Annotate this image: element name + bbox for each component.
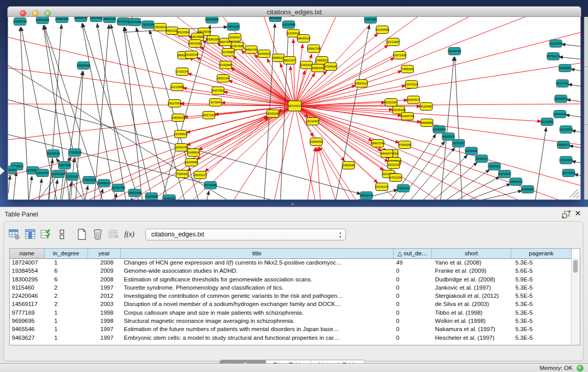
graph-node[interactable]: 8215955 — [541, 118, 553, 126]
column-header-title[interactable]: title — [121, 249, 394, 258]
graph-node[interactable]: 9227341 — [556, 80, 569, 87]
window-titlebar[interactable]: citations_edges.txt — [7, 6, 581, 17]
graph-node[interactable]: 19654923 — [171, 114, 185, 122]
graph-node[interactable]: 13992971 — [557, 141, 571, 149]
select-all-columns-icon[interactable] — [40, 228, 52, 240]
graph-edge[interactable] — [567, 100, 581, 102]
graph-node[interactable]: 8471676 — [498, 170, 511, 178]
graph-node[interactable]: 23491415 — [55, 17, 69, 23]
graph-node[interactable]: 9699695 — [421, 119, 433, 127]
graph-node[interactable]: 7532621 — [488, 163, 500, 170]
graph-edge[interactable] — [274, 106, 295, 200]
graph-node[interactable]: 15134457 — [306, 118, 320, 125]
graph-node[interactable]: 11451947 — [52, 170, 66, 178]
graph-node[interactable]: 16154838 — [376, 26, 389, 34]
graph-edge[interactable] — [308, 147, 315, 200]
graph-node[interactable]: 25206526 — [47, 150, 60, 158]
graph-edge[interactable] — [319, 147, 350, 200]
graph-edge[interactable] — [85, 186, 88, 200]
column-header-year[interactable]: year — [88, 249, 121, 258]
graph-node[interactable]: 8466160 — [103, 17, 116, 23]
graph-node[interactable]: 16671355 — [128, 18, 142, 26]
graph-node[interactable]: 9115132 — [387, 161, 400, 169]
table-row[interactable]: 911546021997Tourette syndrome. Phenomeno… — [10, 283, 572, 292]
graph-node[interactable]: 12444413 — [553, 111, 567, 118]
graph-node[interactable]: 9115460 — [420, 103, 432, 111]
table-row[interactable]: 2242004622012Investigating the contribut… — [10, 292, 572, 300]
graph-edge[interactable] — [8, 68, 295, 106]
graph-edge[interactable] — [456, 177, 499, 200]
graph-edge[interactable] — [568, 84, 581, 86]
graph-node[interactable]: 1362615 — [300, 61, 313, 69]
graph-node[interactable]: 7625402 — [176, 170, 188, 178]
graph-node[interactable]: 9463627 — [407, 96, 420, 104]
graph-node[interactable]: 18300295 — [266, 110, 280, 118]
graph-node[interactable]: 17957253 — [82, 177, 96, 184]
graph-edge[interactable] — [13, 172, 16, 200]
graph-node[interactable]: 19166825 — [174, 130, 188, 138]
graph-node[interactable]: 8912954 — [177, 29, 189, 36]
graph-node[interactable]: 8427552 — [212, 87, 224, 95]
column-header-pagerank[interactable]: pagerank — [511, 249, 572, 258]
float-panel-icon[interactable] — [562, 210, 571, 218]
memory-status-indicator[interactable] — [577, 365, 583, 371]
graph-node[interactable]: 18610472 — [360, 192, 374, 200]
graph-node[interactable]: 8267110 — [203, 112, 215, 119]
graph-edge[interactable] — [295, 44, 303, 106]
graph-node[interactable]: 7663822 — [154, 24, 166, 31]
graph-node[interactable]: 9245652 — [521, 186, 534, 193]
graph-node[interactable]: 6379197 — [452, 140, 465, 147]
vertical-scrollbar[interactable] — [571, 258, 580, 345]
graph-node[interactable]: 14569117 — [355, 80, 368, 87]
graph-edge[interactable] — [410, 147, 455, 200]
graph-node[interactable]: 17334216 — [397, 185, 410, 192]
graph-node[interactable]: 9465546 — [342, 162, 355, 169]
graph-edge[interactable] — [561, 44, 581, 47]
graph-node[interactable]: 9146821 — [258, 50, 270, 58]
graph-node[interactable]: 16958107 — [97, 180, 111, 187]
graph-node[interactable]: 18923448 — [128, 189, 142, 197]
graph-node[interactable]: 18640910 — [297, 35, 311, 42]
graph-node[interactable]: 16099485 — [185, 159, 199, 166]
graph-node[interactable]: 9245092 — [163, 195, 176, 200]
table-row[interactable]: 946362711997Embryonic stem cells: a mode… — [10, 334, 572, 342]
graph-node[interactable]: 9124509 — [145, 193, 158, 200]
graph-node[interactable]: 8813054 — [269, 17, 281, 22]
table-row[interactable]: 1456911722003Disruption of a novel membe… — [10, 300, 572, 308]
graph-node[interactable]: 917004 — [209, 99, 222, 106]
graph-edge[interactable] — [8, 176, 10, 193]
graph-node[interactable]: 16933127 — [193, 171, 207, 179]
graph-node[interactable]: 16046766 — [175, 144, 188, 151]
graph-node[interactable]: 16782759 — [112, 184, 125, 192]
graph-node[interactable]: 16961758 — [307, 45, 321, 53]
graph-node[interactable]: 9329966 — [559, 64, 571, 72]
table-mode-icon[interactable] — [56, 228, 68, 240]
graph-node[interactable]: 6938923 — [442, 133, 454, 141]
graph-edge[interactable] — [559, 57, 581, 59]
graph-node[interactable]: 9840674 — [381, 150, 393, 158]
graph-node[interactable]: 15751074 — [547, 53, 560, 60]
graph-edge[interactable] — [467, 184, 511, 200]
graph-node[interactable]: 1250515 — [66, 173, 78, 181]
graph-edge[interactable] — [295, 106, 389, 159]
function-builder-icon[interactable]: f(x) — [124, 230, 134, 238]
graph-edge[interactable] — [295, 17, 418, 106]
table-row[interactable]: 977716911998Corpus callosum shape and si… — [10, 309, 572, 317]
background-window-sliver[interactable] — [584, 17, 588, 200]
graph-node[interactable]: 20691406 — [36, 17, 50, 24]
graph-node[interactable]: 8186328 — [207, 36, 219, 43]
graph-edge[interactable] — [111, 25, 153, 200]
graph-node[interactable]: 9891591 — [8, 166, 17, 174]
scrollbar-thumb[interactable] — [573, 260, 578, 273]
graph-node[interactable]: 11640954 — [432, 126, 446, 134]
resize-grip-icon[interactable] — [570, 189, 579, 198]
graph-node[interactable]: 6794028 — [324, 63, 337, 71]
graph-node[interactable]: 9474444 — [465, 147, 477, 155]
graph-node[interactable]: 2718176 — [176, 68, 188, 76]
graph-node[interactable]: 22420046 — [185, 51, 199, 59]
table-row[interactable]: 946554611997Estimation of the future num… — [10, 325, 572, 333]
graph-node[interactable]: 11675333 — [562, 169, 576, 177]
graph-node[interactable]: 8960128 — [166, 27, 178, 35]
graph-edge[interactable] — [572, 130, 581, 133]
table-row[interactable]: 1830029562008Estimation of significance … — [10, 275, 572, 283]
